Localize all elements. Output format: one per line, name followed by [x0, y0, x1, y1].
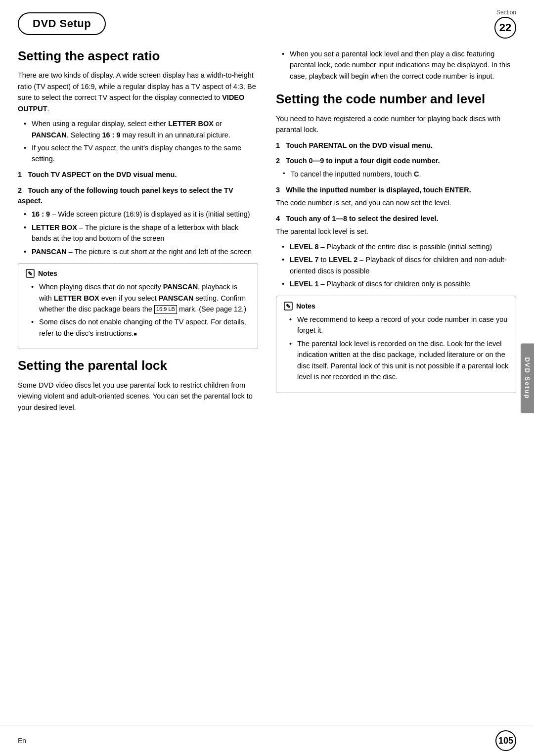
- list-item: LEVEL 1 – Playback of discs for children…: [284, 278, 516, 289]
- notes-box-2: ✎ Notes We recommend to keep a record of…: [276, 296, 516, 393]
- list-item: 16 : 9 – Wide screen picture (16:9) is d…: [26, 209, 258, 220]
- notes-title-1: Notes: [38, 269, 57, 277]
- step-3-body: The code number is set, and you can now …: [276, 197, 516, 208]
- svg-text:✎: ✎: [286, 303, 291, 310]
- step-3-parental-heading: 3 While the inputted number is displayed…: [276, 185, 516, 196]
- code-number-intro: You need to have registered a code numbe…: [276, 113, 516, 135]
- parental-lock-top-bullet: When you set a parental lock level and t…: [276, 48, 516, 82]
- list-item: To cancel the inputted numbers, touch C.: [284, 169, 516, 179]
- step-2-aspect: 2 Touch any of the following touch panel…: [18, 185, 258, 257]
- notes-list-2: We recommend to keep a record of your co…: [283, 314, 509, 383]
- notes-header-2: ✎ Notes: [283, 301, 509, 311]
- stop-icon: ■: [134, 331, 137, 337]
- list-item: LEVEL 8 – Playback of the entire disc is…: [284, 241, 516, 252]
- step-3-parental: 3 While the inputted number is displayed…: [276, 185, 516, 209]
- step-1-parental: 1 Touch PARENTAL on the DVD visual menu.: [276, 140, 516, 151]
- list-item: We recommend to keep a record of your co…: [291, 314, 509, 336]
- notes-header-1: ✎ Notes: [25, 268, 251, 278]
- svg-text:✎: ✎: [28, 270, 33, 277]
- notes-list-1: When playing discs that do not specify P…: [25, 281, 251, 339]
- header-left: DVD Setup: [18, 12, 106, 35]
- header-right: Section 22: [494, 9, 516, 39]
- aspect-ratio-intro: There are two kinds of display. A wide s…: [18, 70, 258, 114]
- section-badge: 22: [494, 17, 516, 39]
- parental-lock-intro: Some DVD video discs let you use parenta…: [18, 380, 258, 413]
- right-column: When you set a parental lock level and t…: [276, 48, 516, 417]
- list-item: When playing discs that do not specify P…: [33, 281, 251, 314]
- code-number-title: Setting the code number and level: [276, 91, 516, 107]
- step-2-aspect-heading: 2 Touch any of the following touch panel…: [18, 185, 258, 207]
- dvd-setup-label: DVD Setup: [33, 17, 91, 30]
- list-item: PANSCAN – The picture is cut short at th…: [26, 246, 258, 257]
- list-item: When you set a parental lock level and t…: [284, 48, 516, 82]
- inline-badge: 16:9 LB: [154, 305, 177, 313]
- notes-icon-2: ✎: [283, 301, 293, 311]
- parental-lock-title: Setting the parental lock: [18, 358, 258, 373]
- left-column: Setting the aspect ratio There are two k…: [18, 48, 258, 417]
- step-4-parental-heading: 4 Touch any of 1—8 to select the desired…: [276, 214, 516, 224]
- aspect-sub-bullets: 16 : 9 – Wide screen picture (16:9) is d…: [18, 209, 258, 257]
- page-header: DVD Setup Section 22: [0, 0, 534, 39]
- list-item: LEVEL 7 to LEVEL 2 – Playback of discs f…: [284, 254, 516, 276]
- dvd-sidebar: DVD Setup: [521, 343, 534, 413]
- step-2-parental: 2 Touch 0—9 to input a four digit code n…: [276, 156, 516, 179]
- aspect-ratio-title: Setting the aspect ratio: [18, 48, 258, 64]
- notes-box-1: ✎ Notes When playing discs that do not s…: [18, 263, 258, 349]
- section-number: 22: [499, 21, 511, 34]
- section-label: Section: [496, 9, 516, 16]
- notes-title-2: Notes: [296, 302, 315, 310]
- list-item: The parental lock level is recorded on t…: [291, 338, 509, 383]
- step-1-parental-heading: 1 Touch PARENTAL on the DVD visual menu.: [276, 140, 516, 151]
- aspect-ratio-bullets: When using a regular display, select eit…: [18, 118, 258, 165]
- dvd-setup-pill: DVD Setup: [18, 12, 106, 35]
- list-item: Some discs do not enable changing of the…: [33, 316, 251, 339]
- list-item: When using a regular display, select eit…: [26, 118, 258, 140]
- main-content: Setting the aspect ratio There are two k…: [0, 44, 534, 432]
- page-footer: En 105: [0, 725, 534, 756]
- step-2-sub: To cancel the inputted numbers, touch C.: [276, 169, 516, 179]
- level-bullets: LEVEL 8 – Playback of the entire disc is…: [276, 241, 516, 290]
- list-item: LETTER BOX – The picture is the shape of…: [26, 222, 258, 244]
- step-4-parental: 4 Touch any of 1—8 to select the desired…: [276, 214, 516, 290]
- step-4-body: The parental lock level is set.: [276, 226, 516, 237]
- step-1-aspect: 1 Touch TV ASPECT on the DVD visual menu…: [18, 170, 258, 180]
- dvd-sidebar-label: DVD Setup: [524, 357, 531, 399]
- step-1-aspect-heading: 1 Touch TV ASPECT on the DVD visual menu…: [18, 170, 258, 180]
- footer-en-label: En: [18, 737, 26, 745]
- step-2-parental-heading: 2 Touch 0—9 to input a four digit code n…: [276, 156, 516, 167]
- footer-page-number: 105: [495, 730, 516, 751]
- notes-icon-1: ✎: [25, 268, 35, 278]
- list-item: If you select the TV aspect, the unit's …: [26, 142, 258, 165]
